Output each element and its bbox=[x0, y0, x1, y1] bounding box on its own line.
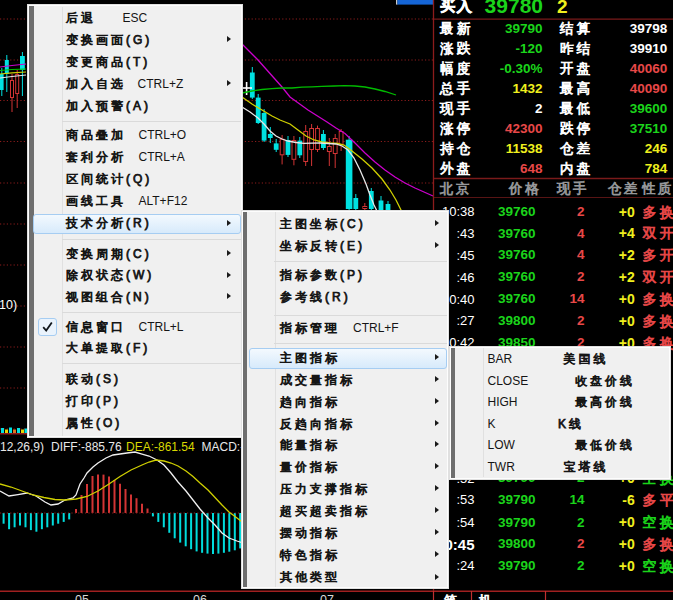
svg-text:06: 06 bbox=[193, 593, 207, 600]
svg-text:(12,26,9): (12,26,9) bbox=[0, 440, 44, 454]
svg-text:05: 05 bbox=[75, 593, 89, 600]
svg-text:07: 07 bbox=[320, 593, 334, 600]
svg-text:10): 10) bbox=[0, 298, 17, 312]
svg-text:DIFF:-885.76: DIFF:-885.76 bbox=[51, 440, 122, 454]
svg-text:DEA:-861.54: DEA:-861.54 bbox=[126, 440, 195, 454]
